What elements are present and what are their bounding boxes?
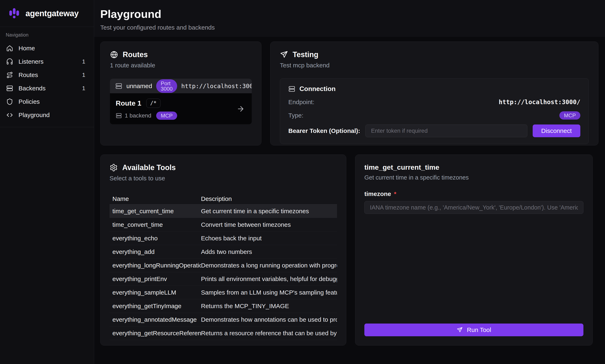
brand[interactable]: agentgateway	[0, 0, 94, 27]
disconnect-button[interactable]: Disconnect	[533, 125, 580, 137]
main-area: Playground Test your configured routes a…	[94, 0, 605, 364]
sidebar-item-label: Listeners	[18, 58, 44, 65]
tool-name: everything_longRunningOperation	[109, 262, 201, 269]
shield-icon	[6, 98, 13, 105]
listener-row: unnamed Port 3000 http://localhost:3000/	[110, 79, 252, 93]
tool-description: Samples from an LLM using MCP's sampling…	[201, 289, 337, 296]
available-tools-card: Available Tools Select a tools to use Na…	[100, 155, 346, 346]
tool-description: Get current time in a specific timezones	[201, 208, 337, 215]
tool-name: everything_getTinyImage	[109, 303, 201, 310]
sidebar-item-label: Playground	[18, 112, 50, 118]
sidebar-item-label: Policies	[18, 98, 40, 105]
sidebar-item-count: 1	[82, 58, 85, 65]
send-icon	[280, 51, 288, 59]
sidebar-item-routes[interactable]: Routes 1	[0, 68, 94, 81]
routes-card: Routes 1 route available unnamed Port 30…	[100, 41, 261, 145]
port-badge: Port 3000	[156, 79, 177, 93]
server-icon	[116, 113, 122, 119]
route-item[interactable]: Route 1 /* 1 backend MCP	[110, 93, 252, 124]
tools-card-subtitle: Select a tools to use	[109, 175, 337, 182]
tool-row-everything_getResourceReference[interactable]: everything_getResourceReference Returns …	[109, 326, 337, 340]
tool-row-time_get_current_time[interactable]: time_get_current_time Get current time i…	[109, 204, 337, 218]
tool-description: Prints all environment variables, helpfu…	[201, 275, 337, 283]
sidebar-item-label: Backends	[18, 85, 46, 92]
endpoint-row: Endpoint: http://localhost:3000/	[288, 98, 580, 105]
listener-box: unnamed Port 3000 http://localhost:3000/…	[110, 79, 252, 124]
server-icon	[6, 85, 13, 92]
tool-description: Convert time between timezones	[201, 221, 337, 228]
type-row: Type: MCP	[288, 111, 580, 119]
required-asterisk: *	[394, 190, 396, 197]
route-name: Route 1	[116, 99, 141, 107]
route-path-badge: /*	[146, 99, 160, 108]
listener-name: unnamed	[126, 83, 152, 90]
gear-icon	[109, 164, 118, 172]
run-tool-label: Run Tool	[467, 326, 491, 333]
tool-panel-subtitle: Get current time in a specific timezones	[364, 174, 583, 181]
routes-card-subtitle: 1 route available	[110, 62, 252, 69]
tool-description: Returns a resource reference that can be…	[201, 330, 337, 337]
run-tool-button[interactable]: Run Tool	[364, 324, 583, 336]
tool-description: Echoes back the input	[201, 235, 337, 242]
tool-row-everything_sampleLLM[interactable]: everything_sampleLLM Samples from an LLM…	[109, 286, 337, 299]
type-badge: MCP	[559, 111, 580, 119]
tool-description: Returns the MCP_TINY_IMAGE	[201, 303, 337, 310]
tool-name: time_get_current_time	[109, 208, 201, 215]
tool-description: Demonstrates a long running operation wi…	[201, 262, 337, 269]
connection-title: Connection	[299, 85, 336, 93]
testing-card-title: Testing	[293, 50, 318, 59]
endpoint-label: Endpoint:	[288, 99, 315, 105]
tool-description: Adds two numbers	[201, 248, 337, 255]
tool-name: everything_printEnv	[109, 275, 201, 283]
endpoint-value: http://localhost:3000/	[499, 98, 580, 105]
timezone-input[interactable]	[364, 201, 583, 214]
testing-card-subtitle: Test mcp backend	[280, 62, 589, 69]
timezone-field-label: timezone	[364, 190, 391, 197]
sidebar-item-home[interactable]: Home	[0, 41, 94, 55]
tool-row-time_convert_time[interactable]: time_convert_time Convert time between t…	[109, 218, 337, 232]
page-title: Playground	[100, 8, 605, 20]
sidebar-item-playground[interactable]: Playground	[0, 108, 94, 122]
server-icon	[115, 83, 122, 90]
sidebar-item-count: 1	[82, 72, 85, 78]
sidebar-item-backends[interactable]: Backends 1	[0, 81, 94, 95]
sidebar-nav: Navigation Home Listeners 1 Routes 1 Bac…	[0, 27, 94, 127]
tool-row-everything_echo[interactable]: everything_echo Echoes back the input	[109, 232, 337, 245]
page-header: Playground Test your configured routes a…	[94, 0, 605, 37]
agentgateway-logo-icon	[7, 7, 21, 20]
connection-box: Connection Endpoint: http://localhost:30…	[280, 78, 589, 144]
tool-description: Demonstrates how annotations can be used…	[201, 316, 337, 323]
tool-name: time_convert_time	[109, 221, 201, 228]
bearer-token-input[interactable]	[365, 125, 527, 137]
tool-name: everything_getResourceReference	[109, 330, 201, 337]
server-icon	[288, 85, 295, 92]
tool-row-everything_annotatedMessage[interactable]: everything_annotatedMessage Demonstrates…	[109, 313, 337, 326]
testing-card: Testing Test mcp backend Connection Endp…	[270, 41, 598, 145]
sidebar-item-label: Home	[18, 45, 35, 52]
tools-table: Name Description time_get_current_time G…	[109, 193, 337, 340]
column-header-description: Description	[201, 195, 337, 202]
sidebar-item-count: 1	[82, 85, 85, 92]
column-header-name: Name	[109, 195, 201, 202]
top-row: Routes 1 route available unnamed Port 30…	[100, 41, 605, 145]
nav-section-label: Navigation	[6, 32, 94, 38]
bearer-token-row: Bearer Token (Optional): Disconnect	[288, 125, 580, 137]
tool-name: everything_add	[109, 248, 201, 255]
routes-card-title: Routes	[123, 50, 148, 59]
tool-row-everything_printEnv[interactable]: everything_printEnv Prints all environme…	[109, 272, 337, 286]
sidebar-item-listeners[interactable]: Listeners 1	[0, 55, 94, 68]
app-root: agentgateway Navigation Home Listeners 1…	[0, 0, 605, 364]
arrow-right-icon[interactable]	[237, 105, 245, 113]
page-content: Routes 1 route available unnamed Port 30…	[94, 37, 605, 364]
sidebar-item-policies[interactable]: Policies	[0, 95, 94, 108]
tool-name: everything_echo	[109, 235, 201, 242]
code-icon	[6, 112, 13, 118]
backend-count: 1 backend	[125, 112, 151, 119]
tool-row-everything_longRunningOperation[interactable]: everything_longRunningOperation Demonstr…	[109, 259, 337, 272]
tool-row-everything_getTinyImage[interactable]: everything_getTinyImage Returns the MCP_…	[109, 299, 337, 313]
tools-card-title: Available Tools	[122, 163, 176, 172]
sidebar-item-label: Routes	[18, 71, 38, 78]
tool-row-everything_add[interactable]: everything_add Adds two numbers	[109, 245, 337, 259]
send-icon	[457, 327, 463, 333]
sidebar: agentgateway Navigation Home Listeners 1…	[0, 0, 94, 364]
